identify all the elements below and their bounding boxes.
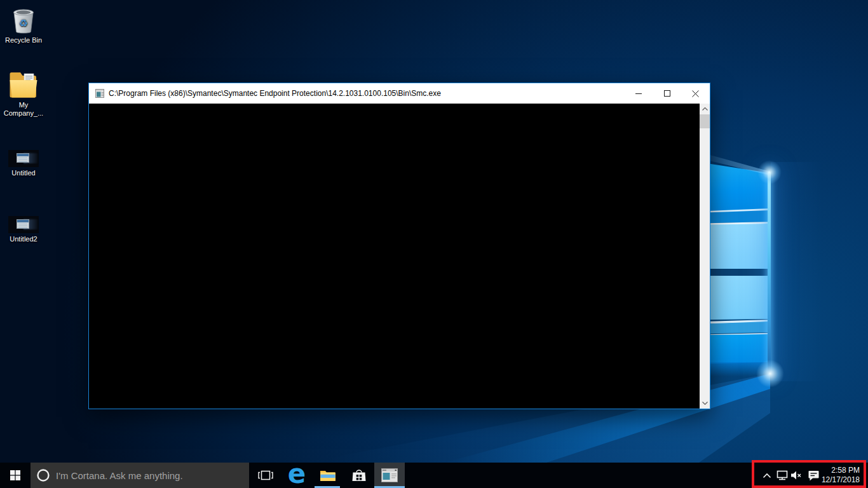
task-view-icon (258, 469, 273, 482)
recycle-bin-icon: ♻ (11, 5, 36, 34)
wallpaper-glow (771, 162, 822, 381)
edge-browser-button[interactable]: e (281, 463, 312, 488)
desktop-icon-untitled[interactable]: Untitled (0, 150, 47, 177)
console-output[interactable] (89, 104, 700, 409)
scroll-up-button[interactable] (700, 104, 710, 114)
chevron-up-icon (702, 107, 708, 111)
close-icon (692, 90, 699, 97)
file-explorer-icon (320, 468, 336, 482)
desktop-icon-my-company-folder[interactable]: My Company_... (0, 70, 47, 118)
wallpaper-glow (756, 360, 784, 388)
cortana-icon (36, 468, 50, 482)
desktop-icon-label: Recycle Bin (1, 36, 46, 44)
store-icon (351, 468, 367, 483)
svg-text:e: e (288, 466, 306, 484)
maximize-button[interactable] (653, 83, 681, 104)
untitled2-thumbnail-icon (8, 216, 39, 233)
minimize-button[interactable] (624, 83, 653, 104)
start-button[interactable] (0, 463, 31, 488)
close-button[interactable] (681, 83, 710, 104)
minimize-icon (635, 90, 642, 97)
console-window-icon (381, 468, 398, 482)
console-app-icon (95, 89, 104, 98)
wallpaper-glow (757, 160, 782, 184)
window-titlebar[interactable]: C:\Program Files (x86)\Symantec\Symantec… (89, 83, 710, 104)
store-button[interactable] (344, 463, 374, 488)
desktop-icon-untitled2[interactable]: Untitled2 (0, 216, 47, 243)
console-task-button[interactable] (374, 463, 405, 488)
console-window: C:\Program Files (x86)\Symantec\Symantec… (88, 83, 710, 409)
window-title: C:\Program Files (x86)\Symantec\Symantec… (109, 89, 441, 98)
cortana-search-box[interactable]: I'm Cortana. Ask me anything. (31, 463, 249, 488)
chevron-down-icon (702, 402, 708, 405)
maximize-icon (664, 90, 670, 97)
scrollbar[interactable] (700, 104, 710, 409)
file-explorer-button[interactable] (313, 463, 343, 488)
folder-icon (9, 70, 38, 99)
svg-text:♻: ♻ (19, 17, 28, 29)
untitled-thumbnail-icon (8, 150, 39, 167)
scroll-down-button[interactable] (700, 398, 710, 409)
desktop-icon-recycle-bin[interactable]: ♻ Recycle Bin (0, 5, 47, 44)
desktop-icon-label: Untitled (1, 169, 46, 177)
windows-logo-icon (10, 470, 20, 480)
edge-icon: e (287, 466, 306, 484)
task-view-button[interactable] (250, 463, 281, 488)
desktop-icon-label: Untitled2 (1, 235, 46, 243)
tray-highlight-annotation (752, 460, 866, 488)
desktop-icon-label: My Company_... (1, 101, 46, 118)
search-placeholder: I'm Cortana. Ask me anything. (56, 470, 183, 481)
wallpaper-light-edge (768, 172, 771, 374)
taskbar: I'm Cortana. Ask me anything. e (0, 463, 868, 488)
scrollbar-thumb[interactable] (700, 114, 710, 128)
